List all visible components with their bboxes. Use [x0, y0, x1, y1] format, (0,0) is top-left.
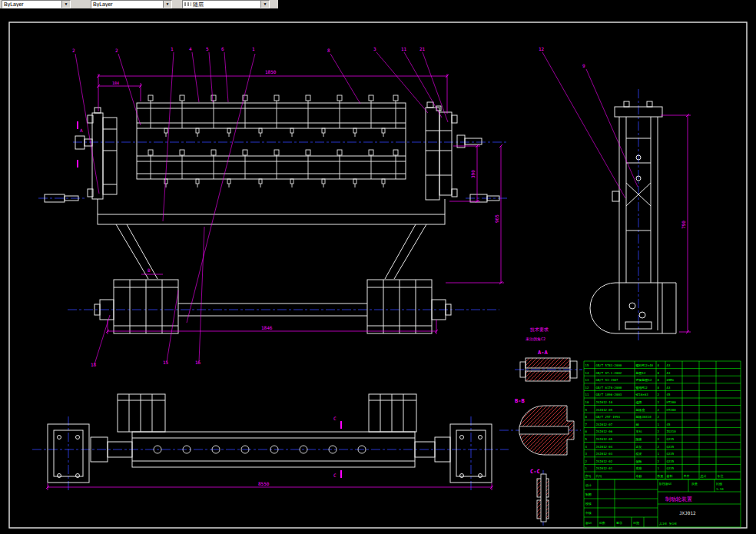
- bom-cell: GB/T 97.1-2002: [596, 371, 622, 375]
- titleblock-row: 制图: [585, 493, 592, 497]
- bom-cell: GB/T 297-1994: [596, 415, 621, 419]
- bom-cell: 螺母M12: [636, 386, 648, 390]
- balloon-label: 4: [189, 46, 192, 51]
- dim-front-top: 1850: [265, 69, 277, 75]
- dim-front-top-left: 184: [112, 81, 119, 85]
- balloon-label: 8: [327, 48, 330, 53]
- bom-cell: 隔套: [636, 437, 642, 442]
- bom-cell: 13: [585, 378, 589, 382]
- dim-bottom-view: 8550: [258, 481, 270, 486]
- bom-cell: GB/T 6170-2000: [596, 386, 622, 390]
- lineweight-combo[interactable]: ByLayer ▼: [91, 0, 172, 8]
- bom-cell: 8: [658, 363, 660, 367]
- bom-cell: 支架: [636, 445, 642, 449]
- bom-cell: 45: [667, 393, 671, 396]
- bom-cell: 2: [658, 408, 660, 412]
- balloon-label: 2: [115, 48, 118, 53]
- bom-cell: 车轮: [636, 430, 642, 433]
- dim-side-height: 790: [681, 221, 686, 229]
- bom-cell: A3: [667, 386, 671, 390]
- centerlines: [32, 89, 638, 526]
- bolt-head: [274, 95, 279, 101]
- bom-cell: JXJ012-06: [596, 430, 613, 433]
- balloon-label: 18: [91, 362, 97, 367]
- bom-cell: 2: [658, 393, 660, 396]
- bom-cell: GB/T 5783-2000: [596, 363, 622, 367]
- bom-cell: 8: [658, 386, 660, 390]
- color-value: 随层: [191, 1, 260, 8]
- bom-cell: 9: [585, 408, 588, 412]
- bom-cell: 备注: [718, 474, 724, 478]
- titleblock-col: 日期: [633, 521, 639, 525]
- bom-cell: 11: [585, 393, 589, 396]
- bom-cell: 3: [585, 452, 588, 456]
- bom-cell: 端盖: [636, 400, 642, 404]
- dim-b-label: B: [148, 267, 151, 273]
- chevron-down-icon[interactable]: ▼: [260, 1, 269, 8]
- bom-cell: 螺栓M12×40: [636, 363, 654, 367]
- bom-cell: A3: [667, 363, 671, 367]
- titleblock-label: 比例: [716, 482, 722, 486]
- bolt-head: [211, 150, 216, 155]
- titleblock-row: 校核: [585, 502, 592, 506]
- bom-cell: 8: [658, 378, 660, 382]
- bom-cell: Q235: [667, 445, 675, 449]
- bom-cell: JXJ012-03: [596, 452, 613, 456]
- balloon-label: 21: [419, 46, 426, 51]
- bom-cell: A3: [667, 371, 671, 375]
- bom-cell: Q235: [667, 466, 675, 470]
- bom-cell: 12: [585, 386, 589, 390]
- bom-cell: ZG310: [667, 430, 677, 433]
- linetype-value: ByLayer: [2, 2, 61, 7]
- drawing-canvas[interactable]: 2214568311211129181516 15GB/T 5783-2000螺…: [0, 8, 756, 534]
- bolt-head: [306, 95, 310, 101]
- dim-right-inner: 390: [470, 170, 476, 178]
- bom-cell: 轴承30310: [636, 415, 652, 419]
- bolt-head: [211, 95, 216, 101]
- section-label-cc: C-C: [530, 469, 540, 475]
- balloon-label: 1: [252, 46, 255, 51]
- chevron-down-icon[interactable]: ▼: [163, 1, 171, 8]
- bom-cell: 10: [585, 400, 589, 404]
- bom-cell: GB/T 1096-2003: [596, 393, 622, 396]
- bom-cell: 单件: [684, 474, 690, 478]
- bom-cell: 5: [585, 437, 588, 441]
- bolt-head: [180, 95, 184, 101]
- bom-cell: HT200: [667, 400, 677, 404]
- bom-cell: 7: [585, 423, 588, 426]
- drawing-number: JXJ012: [679, 510, 696, 516]
- bom-cell: Q235: [667, 452, 675, 456]
- note-line1: 技术要求: [529, 327, 549, 333]
- bom-cell: 总计: [700, 474, 707, 478]
- section-bb: [519, 406, 574, 455]
- bom-cell: 2: [658, 430, 660, 433]
- bom-cell: 侧板: [636, 459, 642, 464]
- bom-cell: 2: [585, 459, 588, 463]
- bolt-head: [369, 150, 373, 155]
- bom-cell: 15: [585, 363, 589, 367]
- cut-marker-c-top: C: [333, 416, 337, 421]
- bom-cell: 轴承座: [636, 408, 645, 412]
- titleblock-label: 质量: [691, 482, 698, 486]
- properties-toolbar: ByLayer ▼ ByLayer ▼ 随层 ▼: [0, 0, 278, 8]
- color-swatch-icon: [184, 2, 191, 6]
- bom-cell: GB/T 93-1987: [596, 378, 618, 382]
- balloon-label: 16: [195, 360, 201, 365]
- color-combo[interactable]: 随层 ▼: [182, 0, 270, 8]
- side-view: [590, 101, 676, 333]
- bottom-view: [48, 394, 492, 483]
- balloon-label: 9: [582, 63, 585, 68]
- bom-cell: JXJ012-10: [596, 400, 613, 404]
- dim-right-outer: 965: [494, 214, 499, 223]
- linetype-combo[interactable]: ByLayer ▼: [2, 0, 71, 8]
- section-cc: [537, 474, 549, 522]
- dim-front-bottom: 1846: [261, 325, 273, 330]
- balloon-label: 15: [163, 360, 169, 365]
- bom-cell: JXJ012-01: [596, 466, 613, 470]
- drawing-title: 制动轮装置: [665, 496, 692, 502]
- bom-cell: 14: [585, 371, 589, 375]
- bom-cell: 1: [585, 466, 588, 470]
- bom-cell: 底座: [636, 466, 642, 470]
- bom-cell: 垫圈12: [636, 371, 646, 375]
- chevron-down-icon[interactable]: ▼: [61, 1, 70, 8]
